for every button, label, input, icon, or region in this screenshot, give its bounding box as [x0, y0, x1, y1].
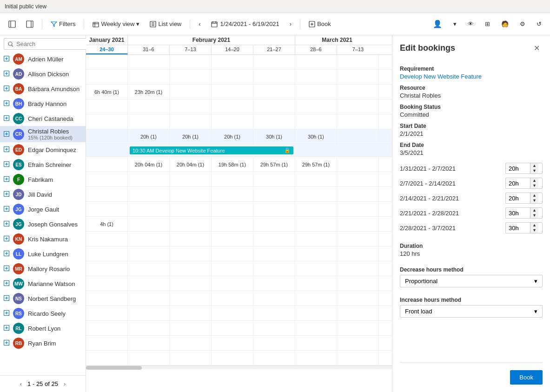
start-date-field: Start Date 2/1/2021: [400, 118, 543, 137]
list-view-btn[interactable]: List view: [146, 19, 185, 29]
hours-input[interactable]: [506, 179, 530, 188]
increment-btn[interactable]: ▲: [530, 223, 538, 228]
expand-icon[interactable]: [4, 265, 9, 272]
booking-bar[interactable]: 10:30 AM Develop New Website Feature🔒: [128, 146, 295, 155]
scrollbar-track[interactable]: [86, 365, 392, 369]
week-7-13-mar[interactable]: 7–13: [337, 45, 379, 54]
increment-btn[interactable]: ▲: [530, 163, 538, 168]
panel-toggle-btn2[interactable]: [22, 19, 37, 30]
next-date-btn[interactable]: ›: [286, 19, 295, 29]
cal-cell: [337, 114, 379, 129]
cal-cell: [212, 187, 253, 201]
week-21-27[interactable]: 21–27: [253, 45, 295, 54]
user-icon-btn[interactable]: 👤: [429, 18, 446, 30]
prev-date-btn[interactable]: ‹: [195, 19, 204, 29]
hours-spinner[interactable]: ▲ ▼: [505, 178, 543, 189]
list-item[interactable]: FFabrikam: [0, 172, 86, 187]
list-item[interactable]: RLRobert Lyon: [0, 321, 86, 336]
increment-btn[interactable]: ▲: [530, 193, 538, 198]
expand-icon[interactable]: [4, 100, 9, 107]
expand-icon[interactable]: [4, 70, 9, 78]
expand-icon[interactable]: [4, 161, 9, 168]
expand-icon[interactable]: [4, 235, 9, 243]
expand-icon[interactable]: [4, 176, 9, 183]
list-item[interactable]: RBRyan Brim: [0, 336, 86, 351]
list-item[interactable]: CRChristal Robles15% (120h booked): [0, 126, 86, 142]
expand-icon[interactable]: [4, 191, 9, 198]
prev-page-btn[interactable]: ‹: [18, 379, 24, 388]
expand-icon[interactable]: [4, 250, 9, 258]
list-item[interactable]: EDEdgar Dominquez: [0, 142, 86, 157]
scrollbar-thumb[interactable]: [86, 366, 142, 370]
next-page-btn[interactable]: ›: [62, 379, 67, 388]
list-item[interactable]: ESEfrain Schreiner: [0, 157, 86, 172]
decrement-btn[interactable]: ▼: [530, 228, 538, 233]
decrease-method-dropdown[interactable]: Proportional ▾: [400, 275, 543, 287]
hours-spinner[interactable]: ▲ ▼: [505, 163, 543, 174]
weekly-view-btn[interactable]: Weekly view ▾: [89, 19, 143, 29]
list-item[interactable]: MWMarianne Watson: [0, 276, 86, 291]
week-24-30[interactable]: 24–30: [86, 45, 128, 54]
date-range-text: 1/24/2021 - 6/19/2021: [220, 20, 279, 27]
list-item[interactable]: KNKris Nakamura: [0, 232, 86, 246]
expand-icon[interactable]: [4, 55, 9, 63]
expand-icon[interactable]: [4, 115, 9, 122]
expand-icon[interactable]: [4, 339, 9, 347]
book-toolbar-btn[interactable]: Book: [305, 19, 335, 29]
person-add-icon-btn[interactable]: 🧑: [497, 19, 512, 29]
date-range-btn[interactable]: 1/24/2021 - 6/19/2021: [207, 19, 283, 29]
list-item[interactable]: RSRicardo Seely: [0, 306, 86, 321]
week-7-13[interactable]: 7–13: [170, 45, 212, 54]
list-item[interactable]: NSNorbert Sandberg: [0, 291, 86, 306]
list-item[interactable]: LLLuke Lundgren: [0, 246, 86, 261]
hours-input[interactable]: [506, 164, 530, 173]
hours-spinner[interactable]: ▲ ▼: [505, 222, 543, 233]
list-item[interactable]: BHBrady Hannon: [0, 96, 86, 111]
close-panel-btn[interactable]: ✕: [531, 43, 543, 53]
week-14-20[interactable]: 14–20: [212, 45, 253, 54]
list-item[interactable]: JGJorge Gault: [0, 202, 86, 217]
increment-btn[interactable]: ▲: [530, 178, 538, 183]
search-input[interactable]: [16, 40, 94, 47]
book-btn[interactable]: Book: [510, 370, 543, 385]
hours-input[interactable]: [506, 208, 530, 218]
eye-icon-btn[interactable]: 👁: [464, 19, 477, 29]
expand-icon[interactable]: [4, 146, 9, 153]
cal-cell: [212, 85, 253, 99]
refresh-icon-btn[interactable]: ↺: [533, 19, 545, 29]
decrement-btn[interactable]: ▼: [530, 183, 538, 188]
decrement-btn[interactable]: ▼: [530, 213, 538, 218]
expand-icon[interactable]: [4, 295, 9, 302]
cal-cell: [253, 261, 295, 276]
hours-spinner[interactable]: ▲ ▼: [505, 207, 543, 219]
hours-input[interactable]: [506, 223, 530, 233]
expand-icon[interactable]: [4, 325, 9, 332]
cal-cell: [337, 321, 379, 335]
expand-icon[interactable]: [4, 85, 9, 93]
chevron-down-btn[interactable]: ▾: [450, 19, 460, 29]
expand-icon[interactable]: [4, 220, 9, 228]
list-item[interactable]: JDJill David: [0, 187, 86, 202]
list-item[interactable]: CCCheri Castaneda: [0, 111, 86, 126]
expand-icon[interactable]: [4, 131, 9, 138]
filters-btn[interactable]: Filters: [47, 19, 79, 29]
settings-icon-btn[interactable]: ⚙: [516, 19, 529, 29]
expand-icon[interactable]: [4, 206, 9, 213]
grid-icon-btn[interactable]: ⊞: [481, 19, 494, 29]
list-item[interactable]: AMAdrien Müller: [0, 52, 86, 66]
list-item[interactable]: BABárbara Amundson: [0, 81, 86, 96]
hours-input[interactable]: [506, 193, 530, 203]
list-item[interactable]: JGJoseph Gonsalves: [0, 217, 86, 232]
increment-btn[interactable]: ▲: [530, 208, 538, 213]
expand-icon[interactable]: [4, 280, 9, 287]
increase-method-dropdown[interactable]: Front load ▾: [400, 305, 543, 318]
week-28-6[interactable]: 28–6: [295, 45, 337, 54]
panel-toggle-btn[interactable]: [5, 19, 20, 30]
decrement-btn[interactable]: ▼: [530, 168, 538, 173]
week-31-6[interactable]: 31–6: [128, 45, 170, 54]
hours-spinner[interactable]: ▲ ▼: [505, 193, 543, 204]
list-item[interactable]: ADAllison Dickson: [0, 66, 86, 81]
list-item[interactable]: MRMallory Rosario: [0, 261, 86, 276]
expand-icon[interactable]: [4, 310, 9, 317]
decrement-btn[interactable]: ▼: [530, 198, 538, 203]
